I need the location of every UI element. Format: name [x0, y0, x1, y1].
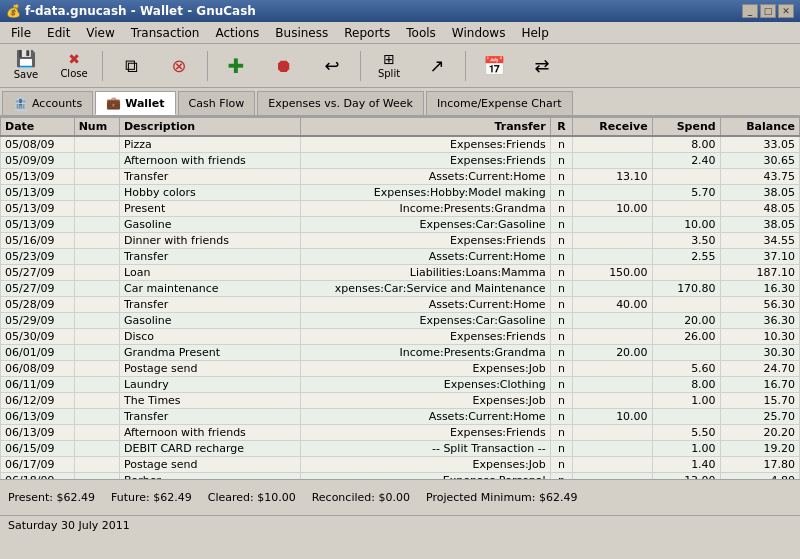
cell-num [74, 441, 119, 457]
cancel-button[interactable]: ↩ [310, 47, 354, 85]
table-row[interactable]: 05/27/09Car maintenancexpenses:Car:Servi… [1, 281, 800, 297]
tab-wallet[interactable]: 💼Wallet [95, 91, 175, 115]
table-row[interactable]: 06/15/09DEBIT CARD recharge-- Split Tran… [1, 441, 800, 457]
cell-transfer: -- Split Transaction -- [301, 441, 550, 457]
table-row[interactable]: 05/13/09GasolineExpenses:Car:Gasolinen10… [1, 217, 800, 233]
table-row[interactable]: 05/27/09LoanLiabilities:Loans:Mamman150.… [1, 265, 800, 281]
jump-button[interactable]: ↗ [415, 47, 459, 85]
cell-r: n [550, 425, 573, 441]
table-row[interactable]: 05/23/09TransferAssets:Current:Homen2.55… [1, 249, 800, 265]
cell-num [74, 169, 119, 185]
tab-accounts[interactable]: 🏦Accounts [2, 91, 93, 115]
minimize-button[interactable]: _ [742, 4, 758, 18]
cell-transfer: Expenses:Car:Gasoline [301, 217, 550, 233]
tab-income-expense[interactable]: Income/Expense Chart [426, 91, 573, 115]
cell-num [74, 201, 119, 217]
table-row[interactable]: 06/17/09Postage sendExpenses:Jobn1.4017.… [1, 457, 800, 473]
cell-num [74, 409, 119, 425]
cell-date: 05/27/09 [1, 265, 75, 281]
menu-item-edit[interactable]: Edit [40, 23, 77, 43]
close-button[interactable]: ✕ [778, 4, 794, 18]
cell-receive [573, 457, 652, 473]
separator-2 [207, 51, 208, 81]
menu-item-view[interactable]: View [79, 23, 121, 43]
cell-balance: 30.65 [720, 153, 799, 169]
table-row[interactable]: 05/09/09Afternoon with friendsExpenses:F… [1, 153, 800, 169]
menu-item-help[interactable]: Help [514, 23, 555, 43]
table-row[interactable]: 05/13/09PresentIncome:Presents:Grandman1… [1, 201, 800, 217]
table-row[interactable]: 05/13/09Hobby colorsExpenses:Hobby:Model… [1, 185, 800, 201]
tabbar: 🏦Accounts💼WalletCash FlowExpenses vs. Da… [0, 88, 800, 116]
table-row[interactable]: 05/28/09TransferAssets:Current:Homen40.0… [1, 297, 800, 313]
cell-num [74, 281, 119, 297]
cell-desc: Hobby colors [119, 185, 300, 201]
save-button[interactable]: 💾 Save [4, 47, 48, 85]
menu-item-reports[interactable]: Reports [337, 23, 397, 43]
cell-transfer: Expenses:Job [301, 457, 550, 473]
cell-transfer: Expenses:Job [301, 393, 550, 409]
tab-cashflow[interactable]: Cash Flow [178, 91, 256, 115]
cell-spend [652, 265, 720, 281]
cell-desc: Transfer [119, 169, 300, 185]
table-scroll[interactable]: Date Num Description Transfer R Receive … [0, 117, 800, 479]
menubar: FileEditViewTransactionActionsBusinessRe… [0, 22, 800, 44]
col-header-spend: Spend [652, 118, 720, 137]
cell-receive [573, 377, 652, 393]
cell-date: 05/29/09 [1, 313, 75, 329]
cell-balance: 187.10 [720, 265, 799, 281]
split-button[interactable]: ⊞ Split [367, 47, 411, 85]
cell-r: n [550, 281, 573, 297]
cell-transfer: Expenses:Friends [301, 233, 550, 249]
table-row[interactable]: 05/29/09GasolineExpenses:Car:Gasolinen20… [1, 313, 800, 329]
cell-transfer: Income:Presents:Grandma [301, 201, 550, 217]
add-button[interactable]: ✚ [214, 47, 258, 85]
table-row[interactable]: 05/30/09DiscoExpenses:Friendsn26.0010.30 [1, 329, 800, 345]
delete-button[interactable]: ⊗ [157, 47, 201, 85]
cell-balance: 34.55 [720, 233, 799, 249]
cell-spend: 1.00 [652, 441, 720, 457]
table-row[interactable]: 05/13/09TransferAssets:Current:Homen13.1… [1, 169, 800, 185]
menu-item-file[interactable]: File [4, 23, 38, 43]
cell-r: n [550, 377, 573, 393]
table-row[interactable]: 06/01/09Grandma PresentIncome:Presents:G… [1, 345, 800, 361]
menu-item-actions[interactable]: Actions [208, 23, 266, 43]
cell-desc: Grandma Present [119, 345, 300, 361]
menu-item-business[interactable]: Business [268, 23, 335, 43]
cell-transfer: Assets:Current:Home [301, 169, 550, 185]
cell-date: 05/13/09 [1, 217, 75, 233]
menu-item-windows[interactable]: Windows [445, 23, 513, 43]
cashflow-tab-label: Cash Flow [189, 97, 245, 110]
add-icon: ✚ [228, 56, 245, 76]
cell-r: n [550, 313, 573, 329]
menu-item-tools[interactable]: Tools [399, 23, 443, 43]
cell-transfer: Expenses:Friends [301, 425, 550, 441]
col-header-desc: Description [119, 118, 300, 137]
close-button-toolbar[interactable]: ✖ Close [52, 47, 96, 85]
tab-expenses-day[interactable]: Expenses vs. Day of Week [257, 91, 424, 115]
duplicate-button[interactable]: ⧉ [109, 47, 153, 85]
status-future: Future: $62.49 [111, 491, 192, 504]
cell-balance: 20.20 [720, 425, 799, 441]
cell-date: 05/16/09 [1, 233, 75, 249]
table-row[interactable]: 06/12/09The TimesExpenses:Jobn1.0015.70 [1, 393, 800, 409]
table-row[interactable]: 06/13/09TransferAssets:Current:Homen10.0… [1, 409, 800, 425]
cell-desc: Loan [119, 265, 300, 281]
table-row[interactable]: 05/16/09Dinner with friendsExpenses:Frie… [1, 233, 800, 249]
cell-spend: 10.00 [652, 217, 720, 233]
cell-r: n [550, 441, 573, 457]
table-row[interactable]: 05/08/09PizzaExpenses:Friendsn8.0033.05 [1, 136, 800, 153]
maximize-button[interactable]: □ [760, 4, 776, 18]
table-row[interactable]: 06/08/09Postage sendExpenses:Jobn5.6024.… [1, 361, 800, 377]
table-row[interactable]: 06/11/09LaundryExpenses:Clothingn8.0016.… [1, 377, 800, 393]
cell-transfer: Assets:Current:Home [301, 249, 550, 265]
transfer-button[interactable]: ⇄ [520, 47, 564, 85]
wallet-tab-label: Wallet [125, 97, 164, 110]
table-row[interactable]: 06/13/09Afternoon with friendsExpenses:F… [1, 425, 800, 441]
cell-spend: 1.00 [652, 393, 720, 409]
record-button[interactable]: ⏺ [262, 47, 306, 85]
toolbar: 💾 Save ✖ Close ⧉ ⊗ ✚ ⏺ ↩ ⊞ Split ↗ 📅 ⇄ [0, 44, 800, 88]
schedule-button[interactable]: 📅 [472, 47, 516, 85]
cell-desc: DEBIT CARD recharge [119, 441, 300, 457]
menu-item-transaction[interactable]: Transaction [124, 23, 207, 43]
cell-transfer: Expenses:Job [301, 361, 550, 377]
